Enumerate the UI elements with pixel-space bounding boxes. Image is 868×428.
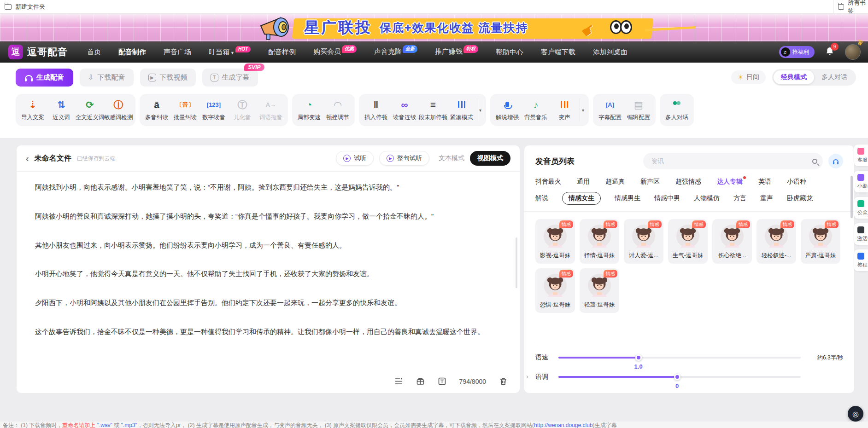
nav-item-2[interactable]: 声音广场: [164, 48, 191, 57]
rail-item-2[interactable]: 公众号: [854, 197, 868, 219]
tool-1-1[interactable]: 〔音〕批量纠读: [171, 98, 199, 121]
rail-item-3[interactable]: 激活码: [854, 223, 868, 245]
voice-tab-1-6[interactable]: 英语: [758, 178, 771, 186]
tool-0-3[interactable]: ⓘ敏感词检测: [104, 98, 133, 121]
download-video-button[interactable]: ▶ 下载视频: [140, 69, 196, 87]
voice-tab-1-1[interactable]: 通用: [577, 178, 590, 186]
nav-item-5[interactable]: 购买会员优惠: [313, 47, 357, 57]
editor-paragraph-3[interactable]: 小明开心地笑了，他觉得今天真是有意义的一天。他不仅帮助了失主找回了手机，还收获了…: [35, 268, 499, 280]
voice-tab-2-1[interactable]: 情感女生: [562, 192, 601, 205]
nav-item-0[interactable]: 首页: [87, 48, 101, 57]
tool-5-0[interactable]: [A]字幕配置: [596, 98, 624, 121]
nav-item-7[interactable]: 推广赚钱特权: [435, 47, 478, 57]
notifications-button[interactable]: 9: [826, 47, 834, 58]
floating-helper-button[interactable]: ◎: [848, 406, 863, 422]
footer-link[interactable]: ".mp3": [121, 422, 137, 428]
voice-card-5[interactable]: 情感轻松叙述-...: [757, 219, 796, 264]
tool-3-1[interactable]: ∞读音连续: [390, 98, 419, 121]
tool-2-0[interactable]: ◔局部变速: [295, 98, 323, 121]
delete-icon[interactable]: [499, 377, 508, 386]
sentence-preview-button[interactable]: ▶ 整句试听: [379, 151, 429, 166]
promo-banner[interactable]: 星广联投 保底+效果化收益 流量扶持 ☛: [0, 14, 868, 41]
voice-tab-2-3[interactable]: 情感中男: [654, 194, 680, 202]
tool-3-3[interactable]: 紧凑模式: [447, 98, 476, 121]
nav-item-4[interactable]: 配音样例: [268, 48, 296, 57]
editor-paragraph-2[interactable]: 其他小朋友也围过来，向小明表示赞扬。他们纷纷表示要向小明学习，成为一个善良、有责…: [35, 240, 499, 251]
tool-3-0[interactable]: ‖插入停顿: [362, 98, 390, 121]
all-bookmarks[interactable]: 所有书签: [833, 0, 868, 13]
pitch-slider-handle[interactable]: [674, 374, 680, 380]
voice-tab-1-7[interactable]: 小语种: [787, 178, 806, 186]
package-icon[interactable]: [416, 377, 425, 386]
speed-slider[interactable]: 1.0: [558, 357, 801, 359]
nav-item-9[interactable]: 客户端下载: [541, 48, 575, 57]
back-button[interactable]: ‹: [26, 154, 29, 163]
rail-item-0[interactable]: 客服: [854, 145, 868, 166]
download-audio-button[interactable]: ⇩ 下载配音: [80, 69, 134, 87]
voice-card-2[interactable]: 情感讨人爱-逗...: [624, 219, 663, 264]
tool-1-0[interactable]: ā多音纠读: [142, 98, 171, 121]
rail-item-4[interactable]: 教程: [854, 249, 868, 271]
editor-scrollbar[interactable]: [516, 237, 517, 288]
voice-card-6[interactable]: 情感严肃-逗哥妹: [801, 219, 840, 264]
voice-tab-1-5[interactable]: 达人专辑: [717, 178, 743, 186]
tool-4-2[interactable]: 变声: [550, 98, 579, 121]
generate-subtitle-button[interactable]: T 生成字幕 SVIP: [202, 69, 258, 87]
paragraph-list-icon[interactable]: [394, 377, 403, 386]
footer-link[interactable]: http://wenan.douge.club: [534, 422, 592, 428]
voice-card-4[interactable]: 情感伤心欲绝...: [712, 219, 752, 264]
voice-tab-2-7[interactable]: 卧虎藏龙: [787, 194, 813, 202]
tool-1-2[interactable]: [123]数字读音: [199, 98, 228, 121]
rail-item-1[interactable]: 小助手: [854, 171, 868, 192]
tool-0-1[interactable]: ⇅近义词: [47, 98, 76, 121]
search-icon[interactable]: [812, 159, 817, 164]
tool-4-1[interactable]: ♪背景音乐: [522, 98, 550, 121]
nav-item-10[interactable]: 添加到桌面: [593, 48, 628, 57]
voice-card-8[interactable]: 情感轻蔑-逗哥妹: [580, 268, 619, 313]
nav-item-8[interactable]: 帮助中心: [496, 48, 523, 57]
editor-paragraph-1[interactable]: 阿姨被小明的善良和真诚深深打动，她摸了摸小明的头，夸奖道：“你真是个懂事的好孩子…: [35, 211, 499, 222]
tool-2-1[interactable]: ◠顿挫调节: [323, 98, 352, 121]
tool-6-0[interactable]: 多人对话: [663, 98, 691, 121]
voice-card-1[interactable]: 情感抒情-逗哥妹: [580, 219, 619, 264]
tool-0-2[interactable]: ⟳全文近义词: [76, 98, 104, 121]
editor-paragraph-4[interactable]: 夕阳西下，小明和阿姨以及其他小朋友们在公园里挥手告别。他们约定下次还要一起来玩，…: [35, 297, 499, 309]
app-logo[interactable]: 逗 逗哥配音: [8, 45, 68, 59]
tab-view-mode[interactable]: 视图模式: [470, 151, 510, 166]
nav-item-1[interactable]: 配音制作: [118, 48, 146, 57]
nav-item-3[interactable]: 叮当箱▼HOT: [209, 48, 251, 57]
document-title[interactable]: 未命名文件: [35, 154, 71, 163]
voice-tab-2-4[interactable]: 人物模仿: [694, 194, 720, 202]
voice-tab-2-0[interactable]: 解说: [535, 194, 548, 202]
voice-tab-1-2[interactable]: 超逼真: [605, 178, 625, 186]
tool-4-0[interactable]: 解说增强: [493, 98, 522, 121]
tiktok-promo-pill[interactable]: ♬ 抢福利: [779, 46, 815, 58]
day-mode-toggle[interactable]: ☀ 日间: [731, 70, 766, 84]
tool-5-1[interactable]: ▤编辑配置: [624, 98, 653, 121]
tab-text-mode[interactable]: 文本模式: [439, 154, 464, 162]
voice-panel-scrollbar[interactable]: [850, 176, 853, 218]
preview-button[interactable]: ▶ 试听: [336, 151, 374, 166]
voice-card-3[interactable]: 情感生气-逗哥妹: [668, 219, 708, 264]
voice-tab-1-0[interactable]: 抖音最火: [535, 178, 561, 186]
tab-classic-mode[interactable]: 经典模式: [774, 70, 814, 84]
bookmark-folder[interactable]: 新建文件夹: [5, 3, 45, 11]
nav-item-6[interactable]: 声音克隆全新: [374, 47, 417, 57]
voice-card-7[interactable]: 情感恐惧-逗哥妹: [535, 268, 575, 313]
tool-group-expand-caret[interactable]: ▾: [477, 98, 483, 121]
tool-group-expand-caret[interactable]: ▾: [580, 98, 586, 121]
collapse-chevron-icon[interactable]: ›: [526, 373, 528, 380]
tool-3-2[interactable]: ≡段末加停顿: [419, 98, 447, 121]
voice-tab-2-5[interactable]: 方言: [733, 194, 746, 202]
editor-paragraph-0[interactable]: 阿姨找到小明，向他表示感谢。小明害羞地笑了笑，说：“不用谢，阿姨。捡到东西要归还…: [35, 182, 499, 193]
text-tool-icon[interactable]: [438, 377, 446, 386]
voice-tab-2-6[interactable]: 童声: [760, 194, 773, 202]
speed-slider-handle[interactable]: [635, 354, 642, 361]
voice-search-input[interactable]: [651, 158, 812, 165]
voice-tab-1-3[interactable]: 新声区: [640, 178, 660, 186]
tab-multi-dialog-mode[interactable]: 多人对话: [814, 70, 855, 84]
generate-audio-button[interactable]: 生成配音: [16, 69, 73, 87]
editor-text-area[interactable]: 阿姨找到小明，向他表示感谢。小明害羞地笑了笑，说：“不用谢，阿姨。捡到东西要归还…: [17, 172, 520, 371]
voice-tab-2-2[interactable]: 情感男生: [615, 194, 640, 202]
voice-card-0[interactable]: 情感影视-逗哥妹: [535, 219, 575, 264]
